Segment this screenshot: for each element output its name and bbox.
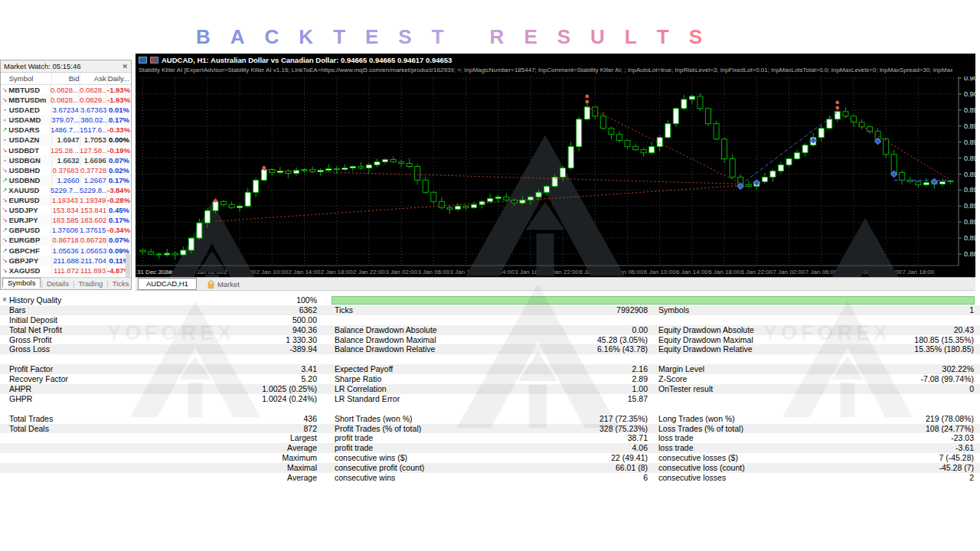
candle-body bbox=[730, 159, 735, 178]
market-watch-row[interactable]: ↘ GBPJPY 211.688 211.704 0.11% bbox=[1, 256, 131, 266]
market-watch-tab-ticks[interactable]: Ticks bbox=[109, 279, 133, 288]
market-watch-row[interactable]: • USDAED 3.67234 3.67363 0.01% bbox=[1, 105, 131, 115]
market-watch-row[interactable]: ↘ MBTUSD 0.0828... 0.0828... -1.93% bbox=[1, 85, 131, 95]
symbol-name: GBPUSD bbox=[9, 225, 51, 235]
candle-body bbox=[617, 135, 622, 141]
market-watch-row[interactable]: • USDBGN 1.6632 1.6696 0.07% bbox=[1, 155, 131, 165]
daily-change: 0.07% bbox=[107, 235, 131, 245]
stat-label: Total Net Profit bbox=[9, 325, 62, 335]
market-watch-tab-trading[interactable]: Trading bbox=[74, 279, 106, 288]
market-watch-row[interactable]: ↗ GBPUSD 1.37608 1.37615 -0.34% bbox=[1, 225, 131, 235]
candle-body bbox=[245, 192, 250, 206]
candle-body bbox=[948, 181, 953, 181]
market-watch-row[interactable]: ↗ XAUUSD 5229.7... 5229.8... -3.84% bbox=[1, 185, 131, 195]
stat-label: Ticks bbox=[335, 305, 353, 315]
history-quality-progress-bar bbox=[332, 296, 975, 305]
daily-change: -0.19% bbox=[106, 145, 131, 155]
candle-body bbox=[884, 139, 889, 155]
stat-value: Maximum bbox=[138, 453, 317, 463]
price-axis-label: 0.89415 bbox=[964, 186, 975, 194]
stat-value: Maximal bbox=[138, 463, 317, 473]
market-watch-row[interactable]: ↘ MBTUSDm 0.0828... 0.0829... -1.93% bbox=[1, 95, 131, 105]
column-bid[interactable]: Bid bbox=[51, 73, 80, 84]
ask-value: 153.841 bbox=[80, 205, 107, 215]
market-watch-row[interactable]: ↘ USDBHD 0.37683 0.37728 0.02% bbox=[1, 165, 131, 175]
close-icon[interactable]: ✕ bbox=[122, 63, 128, 70]
stat-value: 66.01 (8) bbox=[459, 463, 648, 473]
stat-label: Balance Drawdown Relative bbox=[335, 344, 435, 354]
market-watch-row[interactable]: ↘ EURJPY 183.585 183.602 0.17% bbox=[1, 215, 131, 225]
stat-value: 2.89 bbox=[459, 374, 648, 384]
bid-value: 153.834 bbox=[51, 205, 80, 215]
trend-down-icon: ↘ bbox=[1, 195, 9, 205]
market-watch-tab-details[interactable]: Details bbox=[43, 279, 73, 288]
market-watch-row[interactable]: ↗ GBPCHF 1.05636 1.05653 0.09% bbox=[1, 246, 131, 256]
market-watch-row[interactable]: ↘ EURGBP 0.86718 0.86728 0.07% bbox=[1, 235, 131, 245]
daily-change: -0.28% bbox=[106, 195, 131, 205]
market-watch-row[interactable]: ↘ USDJPY 153.834 153.841 0.45% bbox=[1, 205, 131, 215]
column-symbol[interactable]: Symbol bbox=[9, 73, 52, 84]
candle-body bbox=[633, 147, 639, 150]
column-daily[interactable]: Daily... bbox=[107, 73, 131, 84]
market-watch-tab-symbols[interactable]: Symbols bbox=[2, 278, 41, 288]
time-axis-label: 2 Jan 14:00 bbox=[289, 269, 321, 276]
candle-body bbox=[697, 96, 703, 109]
candle-body bbox=[237, 206, 243, 207]
tab-audcad-h1[interactable]: AUDCAD,H1 bbox=[138, 278, 197, 290]
market-watch-row[interactable]: ↘ EURUSD 1.19343 1.19349 -0.28% bbox=[1, 195, 131, 205]
stats-row: Maximalconsecutive profit (count)66.01 (… bbox=[0, 463, 980, 473]
ask-value: 0.0828... bbox=[79, 85, 106, 95]
stats-row: Total Deals872Profit Trades (% of total)… bbox=[0, 424, 980, 434]
candle-body bbox=[779, 165, 784, 171]
price-axis-label: 0.90045 bbox=[964, 90, 975, 98]
market-watch-row[interactable]: ↘ USDBDT 125.28... 127.58... -0.19% bbox=[1, 145, 131, 155]
stat-label: Profit Trades (% of total) bbox=[335, 424, 421, 434]
candle-body bbox=[140, 250, 145, 252]
title-letter: T bbox=[333, 25, 345, 49]
market-watch-title: Market Watch: 05:15:46 bbox=[4, 62, 81, 70]
trend-flat-icon: • bbox=[1, 155, 9, 165]
candle-body bbox=[600, 116, 606, 129]
market-watch-row[interactable]: • USDAZN 1.6947 1.7053 0.00% bbox=[1, 135, 131, 145]
candle-body bbox=[552, 177, 557, 186]
page-title: BACKTEST RESULTS bbox=[196, 25, 722, 49]
trend-up-icon: ↗ bbox=[1, 175, 9, 185]
candle-body bbox=[334, 169, 339, 170]
stat-value: -23.03 bbox=[781, 433, 974, 443]
bid-value: 1.2660 bbox=[51, 175, 80, 185]
stat-label: Loss Trades (% of total) bbox=[658, 424, 743, 434]
candle-body bbox=[383, 160, 388, 162]
title-letter: U bbox=[590, 25, 605, 49]
candle-body bbox=[149, 252, 154, 254]
market-watch-row[interactable]: ↘ XAGUSD 111.872 111.893 -4.87% bbox=[1, 266, 131, 276]
stat-value: 302.22% bbox=[781, 364, 974, 374]
symbol-name: EURGBP bbox=[9, 235, 51, 245]
symbol-name: USDARS bbox=[8, 125, 50, 135]
candle-body bbox=[673, 109, 678, 124]
market-watch-row[interactable]: ↗ USDARS 1486.7... 1517.6... -0.33% bbox=[1, 125, 131, 135]
bid-value: 1.6632 bbox=[51, 155, 80, 165]
candle-body bbox=[415, 167, 420, 181]
stat-label: History Quality bbox=[9, 295, 61, 305]
symbol-name: USDAMD bbox=[9, 115, 51, 125]
stat-value: 6362 bbox=[138, 305, 317, 315]
stats-row: Gross Loss-389.94Balance Drawdown Relati… bbox=[0, 344, 980, 354]
candle-body bbox=[649, 147, 655, 153]
candle-body bbox=[891, 155, 897, 173]
price-chart[interactable]: 0.901500.900450.899400.898350.897300.896… bbox=[136, 77, 975, 277]
tab-market[interactable]: Market bbox=[207, 280, 240, 289]
market-watch-row[interactable]: • USDAMD 379.07... 380.02... 0.17% bbox=[1, 115, 131, 125]
stat-value: -7.08 (99.74%) bbox=[781, 374, 974, 384]
market-watch-row[interactable]: ↗ USDBND 1.2660 1.2667 0.17% bbox=[1, 175, 131, 185]
candle-body bbox=[172, 253, 178, 255]
stat-value: 217 (72.35%) bbox=[459, 414, 648, 424]
candle-body bbox=[197, 223, 202, 238]
trend-up-icon: ↗ bbox=[1, 246, 9, 256]
ask-value: 5229.8... bbox=[79, 185, 106, 195]
column-ask[interactable]: Ask bbox=[80, 73, 106, 84]
candle-body bbox=[156, 254, 162, 255]
candle-body bbox=[851, 116, 856, 122]
candle-body bbox=[770, 171, 776, 178]
candle-body bbox=[511, 200, 517, 203]
title-letter: R bbox=[490, 25, 505, 49]
